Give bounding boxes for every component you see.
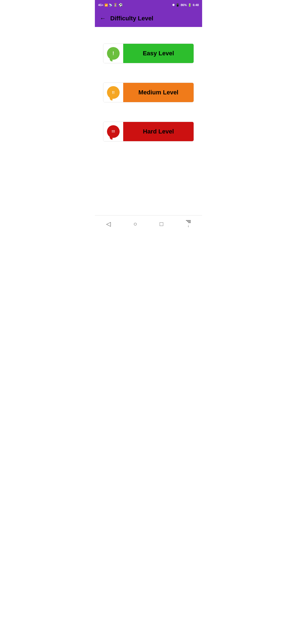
app-bar: ← Difficulty Level [95, 10, 202, 27]
nav-menu-button[interactable]: ↓ [186, 220, 191, 228]
medium-level-button[interactable]: Medium Level [123, 83, 194, 102]
soccer-icon: ⚽ [119, 3, 123, 7]
bluetooth-icon: ✱ [172, 3, 175, 7]
battery-icon: 🔋 [188, 3, 192, 7]
carrier-label: 4G+ [98, 4, 103, 7]
easy-level-button[interactable]: Easy Level [123, 44, 194, 63]
nav-home-button[interactable]: ○ [133, 220, 137, 228]
status-left: 4G+ 📶 📡 ⏳ ⚽ [98, 3, 123, 7]
hard-icon-area: !!! [103, 122, 123, 141]
medium-icon-area: !! [103, 83, 123, 102]
nav-back-button[interactable]: ◁ [106, 220, 111, 228]
main-content: ! Easy Level !! Medium Level !!! Hard Le… [95, 27, 202, 215]
easy-icon-area: ! [103, 44, 123, 63]
page-title: Difficulty Level [110, 15, 153, 22]
back-button[interactable]: ← [100, 15, 106, 22]
nav-bar: ◁ ○ □ ↓ [95, 215, 202, 232]
signal-icon: 📶 [105, 4, 108, 7]
nav-recent-button[interactable]: □ [160, 220, 163, 228]
easy-level-container[interactable]: ! Easy Level [103, 43, 194, 63]
battery-label: 86% [181, 3, 187, 7]
time-label: 6:48 [193, 3, 199, 7]
hard-level-button[interactable]: Hard Level [123, 122, 194, 141]
hard-bubble-icon: !!! [107, 125, 120, 138]
wifi-icon: 📡 [109, 4, 112, 7]
medium-level-container[interactable]: !! Medium Level [103, 83, 194, 102]
status-right: ✱ 📱 86% 🔋 6:48 [172, 3, 199, 7]
status-bar: 4G+ 📶 📡 ⏳ ⚽ ✱ 📱 86% 🔋 6:48 [95, 0, 202, 10]
easy-bubble-icon: ! [107, 47, 120, 60]
hard-level-container[interactable]: !!! Hard Level [103, 122, 194, 141]
timer-icon: ⏳ [113, 3, 117, 7]
phone-icon: 📱 [176, 3, 180, 7]
medium-bubble-icon: !! [107, 86, 120, 99]
